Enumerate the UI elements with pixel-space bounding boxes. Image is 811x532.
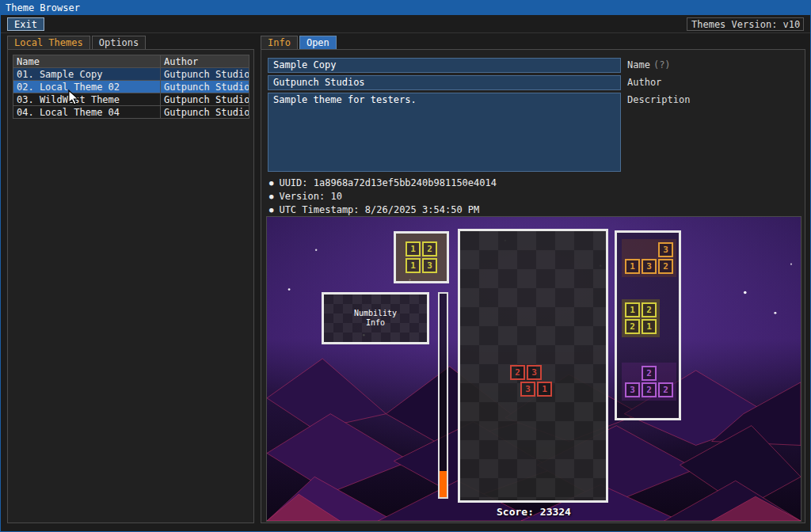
tile: 3 [658, 242, 673, 257]
theme-name-cell: 02. Local Theme 02 [13, 81, 161, 93]
toolbar: Exit Themes Version: v10 [1, 15, 810, 33]
board-tiles: 2 3 3 1 [509, 364, 553, 397]
themes-list-container: Name Author 01. Sample Copy Gutpunch Stu… [7, 49, 254, 523]
tile: 2 [625, 319, 640, 334]
next-piece-group: 3 1 3 2 [622, 239, 676, 277]
score-label: Score: 23324 [267, 506, 801, 518]
table-row[interactable]: 03. WildWest Theme Gutpunch Studios [13, 93, 249, 106]
progress-bar-fill [440, 471, 447, 497]
tile: 2 [510, 365, 525, 380]
numbility-line2: Info [366, 318, 385, 328]
theme-info-container: Sample Copy Gutpunch Studios Sample them… [261, 49, 805, 523]
author-label: Author [627, 77, 661, 88]
name-input[interactable]: Sample Copy [268, 58, 621, 73]
theme-author-cell: Gutpunch Studios [161, 93, 249, 106]
name-label: Name(?) [627, 59, 671, 70]
tile: 2 [642, 382, 657, 397]
theme-name-cell: 03. WildWest Theme [13, 93, 161, 106]
hold-box: 1 2 1 3 [394, 231, 449, 283]
theme-preview: 1 2 1 3 Numbility Info [266, 216, 801, 522]
description-input[interactable]: Sample theme for testers. [268, 93, 621, 172]
tile: 1 [642, 319, 657, 334]
tile: 2 [658, 382, 673, 397]
table-row[interactable]: 01. Sample Copy Gutpunch Studios [13, 68, 249, 81]
numbility-info-box: Numbility Info [322, 292, 429, 344]
tile: 1 [537, 382, 552, 397]
theme-info-panel: Info Open Sample Copy Gutpunch Studios S… [261, 36, 805, 523]
name-help-icon[interactable]: (?) [653, 59, 671, 70]
tile: 2 [642, 302, 657, 317]
game-board: 2 3 3 1 [458, 229, 608, 503]
theme-author-cell: Gutpunch Studios [161, 68, 249, 81]
tile: 3 [527, 365, 542, 380]
tab-open[interactable]: Open [299, 36, 337, 49]
tab-local-themes[interactable]: Local Themes [7, 36, 90, 49]
theme-metadata: UUID: 1a8968a72d13ef5bb240b981150e4014 V… [269, 177, 497, 217]
exit-button[interactable]: Exit [7, 17, 44, 31]
tile: 2 [642, 366, 657, 381]
numbility-line1: Numbility [354, 309, 397, 318]
tile: 2 [658, 259, 673, 274]
tile: 3 [520, 382, 535, 397]
window-title: Theme Browser [6, 2, 80, 13]
progress-bar [438, 292, 448, 499]
themes-table: Name Author 01. Sample Copy Gutpunch Stu… [13, 55, 249, 119]
table-row[interactable]: 04. Local Theme 04 Gutpunch Studios [13, 106, 249, 119]
next-piece-group: 2 3 2 2 [622, 363, 676, 401]
column-header-name: Name [13, 55, 161, 68]
next-piece-group: 1 2 2 1 [622, 299, 660, 337]
author-input[interactable]: Gutpunch Studios [268, 75, 621, 90]
next-queue: 3 1 3 2 1 2 2 [615, 230, 681, 420]
tile: 3 [642, 259, 657, 274]
tile: 1 [406, 258, 421, 273]
uuid-text: UUID: 1a8968a72d13ef5bb240b981150e4014 [269, 177, 497, 190]
tile: 1 [625, 302, 640, 317]
left-tab-strip: Local Themes Options [7, 36, 147, 49]
theme-browser-window: Theme Browser Exit Themes Version: v10 L… [0, 0, 811, 532]
theme-author-cell: Gutpunch Studios [161, 106, 249, 119]
table-header-row: Name Author [13, 55, 249, 68]
tile: 3 [422, 258, 437, 273]
title-bar: Theme Browser [1, 1, 810, 15]
description-label: Description [627, 94, 690, 105]
tab-options[interactable]: Options [92, 36, 147, 49]
themes-version-label: Themes Version: v10 [687, 17, 804, 31]
tile: 1 [406, 241, 421, 256]
theme-author-cell: Gutpunch Studios [161, 81, 249, 93]
tile: 3 [625, 382, 640, 397]
mouse-cursor [67, 89, 80, 107]
tile: 2 [422, 241, 437, 256]
timestamp-text: UTC Timestamp: 8/26/2025 3:54:50 PM [269, 203, 497, 217]
right-tab-strip: Info Open [261, 36, 338, 49]
table-row[interactable]: 02. Local Theme 02 Gutpunch Studios [13, 81, 249, 93]
column-header-author: Author [161, 55, 249, 68]
version-text: Version: 10 [269, 190, 497, 203]
local-themes-panel: Local Themes Options Name Author 01. Sam… [7, 36, 254, 523]
tile: 1 [625, 259, 640, 274]
tab-info[interactable]: Info [261, 36, 298, 49]
theme-name-cell: 01. Sample Copy [13, 68, 161, 81]
theme-name-cell: 04. Local Theme 04 [13, 106, 161, 119]
